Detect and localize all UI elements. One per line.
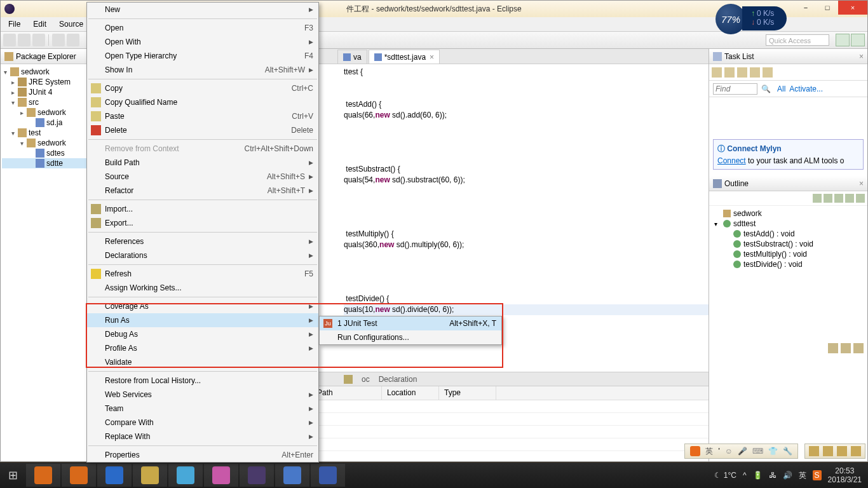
menu-item[interactable]: DeleteDelete [87, 123, 318, 137]
close-icon[interactable]: × [859, 52, 864, 61]
ime-keyboard-icon[interactable]: ⌨ [752, 447, 763, 456]
menu-item[interactable]: Declarations▶ [87, 248, 318, 262]
close-button[interactable]: × [838, 1, 867, 15]
taskbar-app[interactable] [311, 464, 345, 487]
hide-local-icon[interactable] [856, 194, 865, 203]
outline-item[interactable]: testSubstract() : void [712, 239, 865, 249]
menu-item[interactable]: RefactorAlt+Shift+T▶ [87, 184, 318, 198]
new-icon[interactable] [3, 34, 16, 46]
sogou-icon[interactable] [690, 446, 700, 456]
close-icon[interactable]: × [859, 179, 864, 188]
quick-access-input[interactable]: Quick Access [766, 34, 829, 46]
ime-extra-icon[interactable] [823, 446, 833, 456]
outline-item[interactable]: testAdd() : void [712, 229, 865, 239]
menu-item[interactable]: References▶ [87, 234, 318, 248]
taskbar-app[interactable] [168, 464, 203, 487]
editor-tab[interactable]: *sdttest.java× [369, 50, 440, 64]
menu-item[interactable]: Copy Qualified Name [87, 95, 318, 109]
taskbar-app[interactable] [204, 464, 238, 487]
tasklist-tab[interactable]: Task List × [709, 49, 867, 64]
submenu-item[interactable]: Run Configurations... [320, 330, 501, 344]
ime-mic-icon[interactable]: 🎤 [738, 447, 747, 456]
taskbar-app[interactable] [26, 464, 60, 487]
tray-up-icon[interactable]: ^ [743, 471, 747, 480]
java-perspective-icon[interactable] [836, 34, 850, 46]
search-icon[interactable]: 🔍 [761, 85, 771, 93]
save-all-icon[interactable] [32, 34, 45, 46]
menu-item[interactable]: Web Services▶ [87, 388, 318, 402]
outline-item[interactable]: ▾sdttest [712, 219, 865, 229]
menu-item[interactable]: Compare With▶ [87, 416, 318, 430]
menu-item[interactable]: Import... [87, 202, 318, 216]
taskbar-eclipse[interactable] [240, 464, 274, 487]
trim-icon[interactable] [841, 343, 851, 353]
column-header[interactable]: Type [439, 386, 496, 400]
editor-tab[interactable]: va [337, 50, 367, 64]
outline-item[interactable]: testMultiply() : void [712, 249, 865, 259]
volume-icon[interactable]: 🔊 [783, 471, 792, 480]
connect-link[interactable]: Connect [717, 156, 746, 165]
taskbar-app[interactable] [275, 464, 309, 487]
ime-extra-toolbar[interactable] [804, 444, 865, 459]
menu-item[interactable]: Debug As▶ [87, 327, 318, 341]
submenu-item[interactable]: Ju1 JUnit TestAlt+Shift+X, T [320, 316, 501, 330]
collapse-icon[interactable] [763, 67, 773, 78]
sort-icon[interactable] [813, 194, 822, 203]
menu-item[interactable]: Open With▶ [87, 35, 318, 49]
menu-item[interactable]: Profile As▶ [87, 341, 318, 355]
task-search-input[interactable] [713, 83, 757, 95]
menu-item[interactable]: Assign Working Sets... [87, 281, 318, 295]
menu-item[interactable]: Restore from Local History... [87, 374, 318, 388]
maximize-button[interactable]: □ [817, 1, 838, 15]
hide-nonpublic-icon[interactable] [845, 194, 854, 203]
outline-item[interactable]: testDivide() : void [712, 259, 865, 269]
ime-extra-icon[interactable] [837, 446, 847, 456]
ime-extra-icon[interactable] [809, 446, 819, 456]
weather-icon[interactable]: ☾ 1°C [714, 471, 736, 480]
menu-item[interactable]: OpenF3 [87, 21, 318, 35]
menu-item[interactable]: Export... [87, 216, 318, 230]
ime-toolbar[interactable]: 英 ' ☺ 🎤 ⌨ 👕 🔧 [684, 444, 798, 459]
run-icon[interactable] [67, 34, 79, 46]
categorize-icon[interactable] [724, 67, 735, 78]
hide-static-icon[interactable] [834, 194, 843, 203]
minimize-button[interactable]: − [795, 1, 817, 15]
trim-icon[interactable] [828, 343, 838, 353]
activate-link[interactable]: Activate... [789, 85, 823, 93]
menu-source[interactable]: Source [54, 18, 88, 30]
menu-edit[interactable]: Edit [28, 18, 51, 30]
sogou-tray-icon[interactable]: S [813, 470, 822, 480]
network-icon[interactable]: 🖧 [769, 471, 776, 480]
menu-item[interactable]: Replace With▶ [87, 430, 318, 444]
menu-item[interactable]: Show InAlt+Shift+W▶ [87, 63, 318, 77]
sync-icon[interactable] [750, 67, 760, 78]
taskbar-app[interactable] [133, 464, 167, 487]
menu-item[interactable]: CopyCtrl+C [87, 81, 318, 95]
menu-item[interactable]: Validate [87, 355, 318, 369]
ime-punct-icon[interactable]: ' [718, 447, 719, 456]
filter-icon[interactable] [737, 67, 747, 78]
menu-item[interactable]: Build Path▶ [87, 156, 318, 170]
bottom-tab[interactable]: oc [362, 375, 370, 384]
menu-item[interactable]: Open Type HierarchyF4 [87, 49, 318, 63]
battery-icon[interactable]: 🔋 [753, 471, 763, 480]
column-header[interactable]: Path [312, 386, 382, 400]
hide-fields-icon[interactable] [824, 194, 832, 203]
ime-extra-icon[interactable] [851, 446, 861, 456]
taskbar-app[interactable] [97, 464, 132, 487]
menu-item[interactable]: New▶ [87, 3, 318, 17]
outline-item[interactable]: sedwork [712, 208, 865, 219]
menu-item[interactable]: Team▶ [87, 402, 318, 416]
menu-item[interactable]: PropertiesAlt+Enter [87, 448, 318, 462]
menu-item[interactable]: PasteCtrl+V [87, 109, 318, 123]
start-button[interactable]: ⊞ [0, 463, 25, 488]
ime-skin-icon[interactable]: 👕 [768, 447, 778, 456]
ime-emoji-icon[interactable]: ☺ [725, 447, 733, 456]
taskbar-app[interactable] [62, 464, 96, 487]
menu-item[interactable]: Run As▶ [87, 313, 318, 327]
all-link[interactable]: All [777, 85, 785, 93]
ime-tools-icon[interactable]: 🔧 [783, 447, 792, 456]
ime-indicator[interactable]: 英 [799, 470, 806, 481]
column-header[interactable]: Location [382, 386, 439, 400]
ime-lang[interactable]: 英 [705, 446, 713, 457]
